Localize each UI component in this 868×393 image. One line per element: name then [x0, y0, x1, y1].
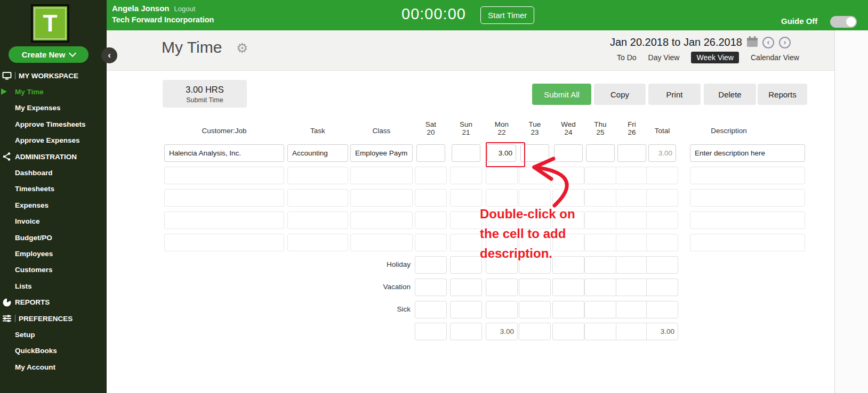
task-input[interactable] [287, 211, 348, 229]
hours-cell[interactable] [552, 189, 584, 207]
sick-cell[interactable] [450, 301, 482, 318]
sick-cell[interactable] [415, 301, 447, 318]
sidebar-item-my-time[interactable]: My Time [0, 84, 107, 100]
class-input[interactable] [350, 167, 413, 184]
sidebar-item-timesheets[interactable]: Timesheets [0, 181, 107, 197]
hours-cell-sun[interactable] [452, 144, 480, 162]
create-new-button[interactable]: Create New [9, 46, 89, 63]
sick-cell[interactable] [552, 301, 584, 318]
class-input[interactable] [350, 234, 413, 251]
guide-toggle[interactable] [830, 16, 857, 28]
sidebar-item-expenses[interactable]: Expenses [0, 197, 107, 213]
hours-cell-fri[interactable] [617, 144, 646, 162]
copy-button[interactable]: Copy [594, 84, 646, 105]
hours-cell[interactable] [552, 167, 584, 184]
hours-cell-sat[interactable] [416, 144, 445, 162]
task-input[interactable]: Accounting [287, 144, 348, 162]
task-input[interactable] [287, 167, 348, 184]
hours-cell[interactable] [616, 234, 648, 251]
holiday-cell[interactable] [519, 256, 551, 274]
description-input[interactable] [690, 234, 805, 251]
holiday-cell[interactable] [552, 256, 584, 274]
sidebar-section-preferences[interactable]: PREFERENCES [0, 310, 107, 326]
sidebar-item-approve-expenses[interactable]: Approve Expenses [0, 133, 107, 149]
tab-calendar-view[interactable]: Calendar View [751, 53, 799, 62]
next-week-button[interactable]: › [779, 37, 791, 48]
calendar-icon[interactable] [747, 38, 758, 47]
delete-button[interactable]: Delete [704, 84, 756, 105]
sidebar-item-my-expenses[interactable]: My Expenses [0, 100, 107, 116]
hours-cell[interactable] [584, 167, 616, 184]
reports-button[interactable]: Reports [758, 84, 807, 105]
holiday-cell[interactable] [450, 256, 482, 274]
logout-link[interactable]: Logout [174, 5, 196, 13]
description-input[interactable] [690, 189, 805, 207]
sidebar-item-quickbooks[interactable]: QuickBooks [0, 343, 107, 359]
hours-cell-thu[interactable] [586, 144, 615, 162]
customer-job-input[interactable] [164, 189, 284, 207]
sidebar-section-my-workspace[interactable]: MY WORKSPACE [0, 68, 107, 84]
hours-cell[interactable] [584, 211, 616, 229]
task-input[interactable] [287, 189, 348, 207]
holiday-cell[interactable] [584, 256, 616, 274]
hours-cell-tue[interactable] [520, 144, 549, 162]
vacation-cell[interactable] [450, 279, 482, 296]
hours-cell[interactable] [616, 189, 648, 207]
hours-cell[interactable] [450, 211, 482, 229]
hours-cell[interactable] [415, 167, 447, 184]
hours-cell[interactable] [584, 234, 616, 251]
vacation-cell[interactable] [584, 279, 616, 296]
sidebar-item-employees[interactable]: Employees [0, 245, 107, 261]
hours-cell[interactable] [415, 189, 447, 207]
description-input[interactable]: Enter description here [690, 144, 805, 162]
right-gutter[interactable] [834, 30, 868, 393]
hours-cell[interactable] [519, 167, 551, 184]
gear-icon[interactable]: ⚙ [236, 42, 248, 55]
sick-cell[interactable] [616, 301, 648, 318]
sick-cell[interactable] [486, 301, 518, 318]
sidebar-section-reports[interactable]: REPORTS [0, 294, 107, 310]
customer-job-input[interactable]: Halencia Analysis, Inc. [164, 144, 284, 162]
hours-cell[interactable] [616, 167, 648, 184]
hours-cell-mon[interactable]: 3.00 [487, 144, 516, 162]
hours-cell[interactable] [450, 189, 482, 207]
submit-all-button[interactable]: Submit All [532, 84, 591, 105]
app-logo[interactable]: T [31, 4, 69, 43]
vacation-cell[interactable] [616, 279, 648, 296]
hours-cell[interactable] [415, 211, 447, 229]
customer-job-input[interactable] [164, 211, 284, 229]
customer-job-input[interactable] [164, 234, 284, 251]
sidebar-section-administration[interactable]: ADMINISTRATION [0, 149, 107, 165]
vacation-cell[interactable] [486, 279, 518, 296]
hours-cell[interactable] [486, 234, 518, 251]
description-input[interactable] [690, 211, 805, 229]
sidebar-item-dashboard[interactable]: Dashboard [0, 165, 107, 181]
holiday-cell[interactable] [415, 256, 447, 274]
task-input[interactable] [287, 234, 348, 251]
print-button[interactable]: Print [648, 84, 701, 105]
hours-cell-wed[interactable] [554, 144, 583, 162]
hours-cell[interactable] [450, 167, 482, 184]
sidebar-item-customers[interactable]: Customers [0, 262, 107, 278]
hours-cell[interactable] [584, 189, 616, 207]
sidebar-item-approve-timesheets[interactable]: Approve Timesheets [0, 116, 107, 132]
hours-cell[interactable] [552, 211, 584, 229]
sidebar-item-my-account[interactable]: My Account [0, 359, 107, 375]
holiday-cell[interactable] [616, 256, 648, 274]
hours-cell[interactable] [616, 211, 648, 229]
hours-cell[interactable] [450, 234, 482, 251]
tab-week-view[interactable]: Week View [691, 52, 739, 63]
sidebar-item-invoice[interactable]: Invoice [0, 214, 107, 230]
class-input[interactable] [350, 211, 413, 229]
description-input[interactable] [690, 167, 805, 184]
class-input[interactable]: Employee Paym [350, 144, 413, 162]
prev-week-button[interactable]: ‹ [762, 37, 774, 48]
sidebar-item-setup[interactable]: Setup [0, 326, 107, 342]
sick-cell[interactable] [584, 301, 616, 318]
hours-cell[interactable] [486, 211, 518, 229]
hours-cell[interactable] [519, 211, 551, 229]
sidebar-collapse-button[interactable]: ‹ [101, 47, 117, 63]
start-timer-button[interactable]: Start Timer [480, 6, 534, 24]
tab-day-view[interactable]: Day View [648, 53, 680, 62]
customer-job-input[interactable] [164, 167, 284, 184]
